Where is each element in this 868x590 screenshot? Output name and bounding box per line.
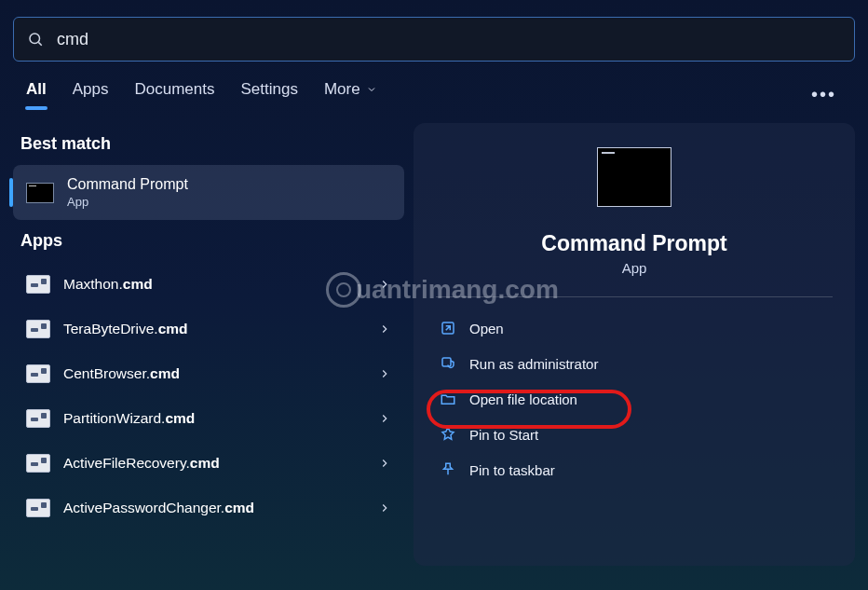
section-title-apps: Apps <box>13 220 404 262</box>
app-result[interactable]: Maxthon.cmd <box>17 262 400 307</box>
divider <box>436 296 833 297</box>
detail-title: Command Prompt <box>432 231 836 256</box>
action-pin-start[interactable]: Pin to Start <box>432 417 836 452</box>
svg-point-0 <box>30 34 40 44</box>
chevron-right-icon <box>378 457 391 470</box>
app-name: ActivePasswordChanger.cmd <box>63 500 378 516</box>
search-input[interactable] <box>57 30 841 49</box>
action-label: Open file location <box>469 391 577 407</box>
file-icon <box>26 320 50 338</box>
file-icon <box>26 275 50 294</box>
app-name: TeraByteDrive.cmd <box>63 321 378 337</box>
app-result[interactable]: PartitionWizard.cmd <box>17 396 400 441</box>
app-result[interactable]: CentBrowser.cmd <box>17 351 400 396</box>
chevron-right-icon <box>378 501 391 515</box>
open-icon <box>440 320 456 336</box>
cmd-icon <box>26 183 54 203</box>
chevron-right-icon <box>378 412 391 425</box>
svg-line-1 <box>38 42 41 45</box>
chevron-down-icon <box>366 84 377 95</box>
action-pin-taskbar[interactable]: Pin to taskbar <box>432 452 836 487</box>
tab-settings[interactable]: Settings <box>240 80 297 108</box>
search-bar[interactable] <box>13 17 855 62</box>
pin-icon <box>440 461 456 478</box>
app-name: PartitionWizard.cmd <box>63 410 378 427</box>
best-match-result[interactable]: Command Prompt App <box>13 165 404 220</box>
app-name: CentBrowser.cmd <box>63 365 378 382</box>
chevron-right-icon <box>378 322 391 336</box>
pin-icon <box>440 426 456 443</box>
file-icon <box>26 409 50 428</box>
app-result[interactable]: TeraByteDrive.cmd <box>17 307 400 351</box>
action-label: Pin to Start <box>469 427 538 443</box>
apps-list: Maxthon.cmd TeraByteDrive.cmd CentBrowse… <box>13 262 404 530</box>
action-label: Open <box>469 321 504 336</box>
action-open-location[interactable]: Open file location <box>432 381 836 417</box>
detail-app-icon <box>597 147 671 207</box>
tab-apps[interactable]: Apps <box>73 80 109 108</box>
folder-icon <box>440 391 456 407</box>
filter-tabs: All Apps Documents Settings More ••• <box>0 62 868 116</box>
chevron-right-icon <box>378 367 391 380</box>
app-name: ActiveFileRecovery.cmd <box>63 455 378 472</box>
best-match-title: Command Prompt <box>67 176 188 193</box>
app-name: Maxthon.cmd <box>63 276 378 293</box>
detail-subtitle: App <box>432 260 836 276</box>
tab-more-label: More <box>324 80 360 99</box>
detail-panel: Command Prompt App Open Run as administr… <box>414 123 855 566</box>
tab-documents[interactable]: Documents <box>134 80 214 108</box>
tab-all[interactable]: All <box>26 80 47 108</box>
tab-more[interactable]: More <box>324 80 377 108</box>
action-run-admin[interactable]: Run as administrator <box>432 346 836 381</box>
overflow-menu-button[interactable]: ••• <box>806 84 842 105</box>
action-label: Pin to taskbar <box>469 462 555 478</box>
file-icon <box>26 454 50 473</box>
action-open[interactable]: Open <box>432 310 836 346</box>
best-match-subtitle: App <box>67 195 188 209</box>
section-title-best-match: Best match <box>13 123 404 165</box>
file-icon <box>26 364 50 383</box>
app-result[interactable]: ActiveFileRecovery.cmd <box>17 441 400 486</box>
app-result[interactable]: ActivePasswordChanger.cmd <box>17 486 400 530</box>
file-icon <box>26 499 50 517</box>
search-icon <box>27 31 44 48</box>
svg-rect-3 <box>442 358 451 366</box>
action-label: Run as administrator <box>469 356 598 372</box>
chevron-right-icon <box>378 278 391 291</box>
shield-icon <box>440 355 456 372</box>
